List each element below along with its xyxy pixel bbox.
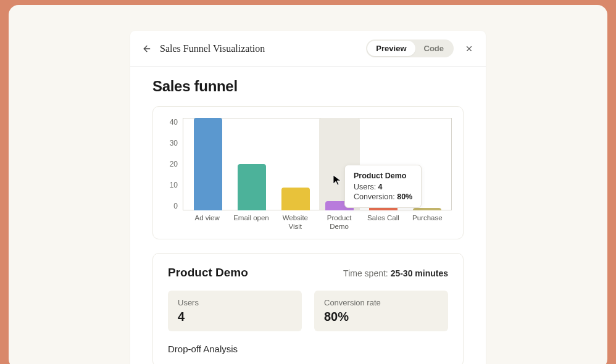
- x-label: Email open: [233, 214, 270, 231]
- y-tick: 30: [170, 139, 178, 147]
- y-axis: 403020100: [164, 118, 183, 210]
- bar[interactable]: [194, 118, 222, 210]
- bar[interactable]: [281, 188, 310, 211]
- detail-time-value: 25-30 minutes: [391, 268, 448, 278]
- bar-group[interactable]: [277, 188, 314, 211]
- tooltip-conversion-row: Conversion: 80%: [354, 192, 412, 201]
- x-label: Website Visit: [277, 214, 314, 231]
- y-tick: 40: [170, 118, 178, 126]
- x-axis-labels: Ad viewEmail openWebsite VisitProduct De…: [183, 214, 452, 231]
- bar-group[interactable]: [233, 164, 270, 210]
- tooltip-conversion-label: Conversion:: [354, 192, 395, 201]
- stat-users: Users 4: [168, 291, 302, 331]
- dropoff-analysis-title: Drop-off Analysis: [168, 344, 448, 354]
- chart-card: 403020100 Ad viewEmail openWebsite Visit…: [152, 106, 464, 239]
- detail-header: Product Demo Time spent: 25-30 minutes: [168, 266, 448, 279]
- bar[interactable]: [413, 208, 441, 210]
- main-panel: Sales Funnel Visualization Preview Code …: [130, 31, 486, 364]
- x-label: Sales Call: [365, 214, 402, 231]
- back-arrow-icon[interactable]: [141, 43, 152, 54]
- tooltip-users-row: Users: 4: [354, 183, 412, 191]
- stat-row: Users 4 Conversion rate 80%: [168, 291, 448, 331]
- detail-title: Product Demo: [168, 266, 248, 279]
- stat-users-value: 4: [178, 310, 292, 324]
- stat-conversion-label: Conversion rate: [324, 298, 438, 307]
- panel-header: Sales Funnel Visualization Preview Code: [130, 31, 486, 67]
- stat-conversion-value: 80%: [324, 310, 438, 324]
- stat-users-label: Users: [178, 298, 292, 307]
- y-tick: 20: [170, 160, 178, 168]
- view-toggle: Preview Code: [366, 39, 454, 57]
- detail-time-label: Time spent:: [343, 268, 388, 278]
- tooltip-users-value: 4: [378, 183, 383, 191]
- chart-tooltip: Product Demo Users: 4 Conversion: 80%: [344, 165, 422, 208]
- tooltip-users-label: Users:: [354, 183, 376, 191]
- toggle-preview[interactable]: Preview: [367, 41, 415, 56]
- close-icon[interactable]: [464, 43, 475, 54]
- y-tick: 0: [173, 202, 178, 210]
- detail-card: Product Demo Time spent: 25-30 minutes U…: [152, 253, 464, 364]
- bar-group[interactable]: [409, 208, 446, 210]
- detail-time: Time spent: 25-30 minutes: [343, 268, 448, 278]
- x-label: Ad view: [189, 214, 226, 231]
- y-tick: 10: [170, 181, 178, 189]
- x-label: Product Demo: [321, 214, 358, 231]
- x-label: Purchase: [409, 214, 446, 231]
- toggle-code[interactable]: Code: [415, 41, 453, 56]
- page-title: Sales funnel: [152, 78, 464, 95]
- bar[interactable]: [238, 164, 266, 210]
- tooltip-conversion-value: 80%: [397, 192, 412, 201]
- stat-conversion: Conversion rate 80%: [314, 291, 448, 331]
- bar-group[interactable]: [189, 118, 227, 210]
- tooltip-title: Product Demo: [354, 172, 412, 180]
- header-title: Sales Funnel Visualization: [160, 43, 366, 54]
- panel-content: Sales funnel 403020100 Ad viewEmail open…: [130, 67, 486, 364]
- app-background: Sales Funnel Visualization Preview Code …: [9, 5, 607, 364]
